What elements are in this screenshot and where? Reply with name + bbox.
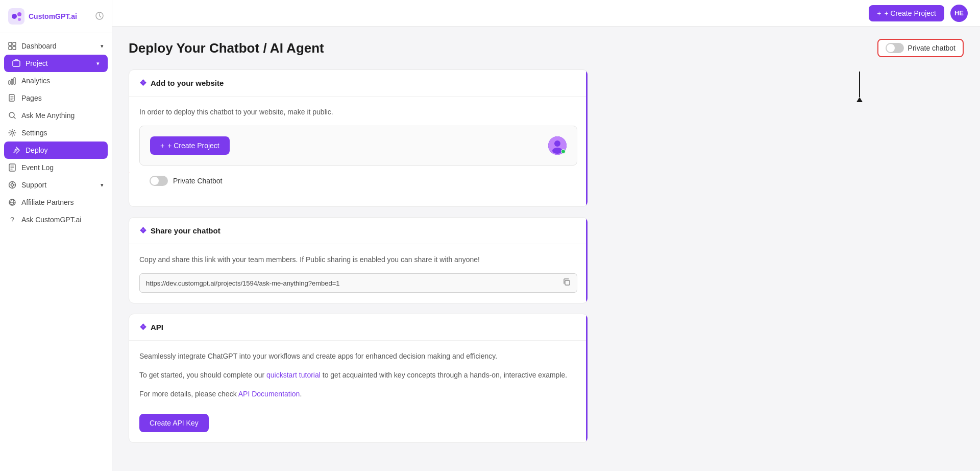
arrow-annotation bbox=[856, 72, 863, 102]
svg-rect-9 bbox=[13, 61, 20, 66]
private-chatbot-toggle[interactable]: Private chatbot bbox=[877, 39, 964, 57]
svg-point-18 bbox=[11, 184, 14, 186]
svg-rect-7 bbox=[9, 46, 12, 50]
svg-rect-12 bbox=[14, 78, 15, 84]
topbar: + + Create Project HE bbox=[112, 0, 980, 27]
sidebar-item-settings-label: Settings bbox=[21, 129, 47, 137]
svg-rect-8 bbox=[13, 46, 16, 50]
api-section-body: Seamlessly integrate ChatGPT into your w… bbox=[129, 341, 587, 442]
sidebar-item-dashboard[interactable]: Dashboard ▾ bbox=[0, 37, 112, 55]
sidebar-item-project[interactable]: Project ▾ bbox=[4, 55, 108, 72]
support-icon bbox=[8, 181, 16, 189]
sidebar-item-analytics[interactable]: Analytics bbox=[0, 72, 112, 89]
svg-rect-11 bbox=[11, 79, 13, 84]
sidebar-item-ask-me-anything[interactable]: Ask Me Anything bbox=[0, 107, 112, 124]
logo-area: CustomGPT.ai bbox=[0, 0, 112, 33]
api-text-3-post: . bbox=[300, 390, 302, 398]
svg-rect-5 bbox=[9, 42, 12, 45]
preview-create-label: + Create Project bbox=[167, 142, 219, 150]
logo-text: CustomGPT.ai bbox=[29, 12, 77, 20]
preview-create-project-button[interactable]: + + Create Project bbox=[150, 136, 230, 155]
event-log-icon bbox=[8, 163, 16, 172]
sidebar-item-ask-customgpt-label: Ask CustomGPT.ai bbox=[21, 216, 81, 224]
svg-point-20 bbox=[554, 140, 560, 147]
sidebar-item-pages[interactable]: Pages bbox=[0, 89, 112, 107]
project-chevron-icon: ▾ bbox=[96, 60, 100, 67]
copy-icon[interactable] bbox=[562, 278, 571, 288]
create-project-label: + Create Project bbox=[884, 9, 936, 17]
share-sparkle-icon: ❖ bbox=[139, 226, 146, 236]
api-text-2-post: to get acquainted with key concepts thro… bbox=[321, 371, 567, 379]
sidebar-item-support[interactable]: Support ▾ bbox=[0, 176, 112, 194]
private-chatbot-switch[interactable] bbox=[886, 43, 904, 53]
preview-plus-icon: + bbox=[160, 142, 164, 150]
svg-point-2 bbox=[17, 12, 21, 16]
api-documentation-link[interactable]: API Documentation bbox=[238, 390, 300, 398]
sidebar-item-settings[interactable]: Settings bbox=[0, 124, 112, 142]
sparkle-icon: ❖ bbox=[139, 78, 146, 88]
sidebar-item-deploy[interactable]: Deploy bbox=[4, 142, 108, 159]
sidebar-item-pages-label: Pages bbox=[21, 94, 42, 102]
sidebar: CustomGPT.ai Dashboard ▾ bbox=[0, 0, 112, 471]
api-text-3-pre: For more details, please check bbox=[139, 390, 238, 398]
logo-icon bbox=[8, 8, 24, 25]
clock-icon bbox=[95, 12, 104, 21]
create-project-button[interactable]: + + Create Project bbox=[869, 5, 944, 21]
website-section-description: In order to deploy this chatbot to your … bbox=[139, 107, 577, 117]
sidebar-item-event-log-label: Event Log bbox=[21, 163, 54, 172]
page-title: Deploy Your Chatbot / AI Agent bbox=[129, 40, 324, 56]
deploy-icon bbox=[12, 146, 20, 154]
sidebar-item-event-log[interactable]: Event Log bbox=[0, 159, 112, 176]
user-avatar-button[interactable]: HE bbox=[950, 5, 968, 22]
search-icon bbox=[8, 111, 16, 120]
chevron-down-icon: ▾ bbox=[101, 43, 104, 50]
private-chatbot-row: Private Chatbot bbox=[139, 176, 577, 196]
sidebar-item-affiliate-partners[interactable]: Affiliate Partners bbox=[0, 194, 112, 211]
analytics-icon bbox=[8, 77, 16, 85]
affiliate-icon bbox=[8, 198, 16, 206]
share-section-description: Copy and share this link with your team … bbox=[139, 254, 577, 265]
website-section-header: ❖ Add to your website bbox=[129, 70, 587, 97]
project-icon bbox=[12, 59, 20, 67]
api-sparkle-icon: ❖ bbox=[139, 322, 146, 332]
sidebar-item-support-label: Support bbox=[21, 181, 46, 189]
page-content: Deploy Your Chatbot / AI Agent Private c… bbox=[112, 27, 980, 471]
api-text-1: Seamlessly integrate ChatGPT into your w… bbox=[139, 351, 577, 362]
svg-point-1 bbox=[12, 14, 17, 19]
sidebar-item-ask-customgpt[interactable]: ? Ask CustomGPT.ai bbox=[0, 211, 112, 228]
svg-point-15 bbox=[11, 132, 14, 134]
page-header: Deploy Your Chatbot / AI Agent Private c… bbox=[129, 39, 964, 57]
create-api-key-button[interactable]: Create API Key bbox=[139, 414, 209, 432]
api-text-2: To get started, you should complete our … bbox=[139, 370, 577, 381]
share-section-header: ❖ Share your chatbot bbox=[129, 218, 587, 244]
main-content: + + Create Project HE Deploy Your Chatbo… bbox=[112, 0, 980, 471]
create-project-plus-icon: + bbox=[877, 9, 881, 17]
share-url-field: https://dev.customgpt.ai/projects/1594/a… bbox=[139, 273, 577, 293]
quickstart-tutorial-link[interactable]: quickstart tutorial bbox=[266, 371, 321, 379]
avatar-online-dot bbox=[561, 149, 566, 154]
api-text-3: For more details, please check API Docum… bbox=[139, 389, 577, 399]
api-section-title: API bbox=[151, 323, 163, 332]
dashboard-icon bbox=[8, 42, 16, 50]
svg-point-3 bbox=[18, 18, 21, 21]
svg-rect-6 bbox=[13, 42, 16, 45]
support-chevron-icon: ▾ bbox=[101, 182, 104, 189]
private-chatbot-label: Private chatbot bbox=[908, 44, 955, 52]
website-section-title: Add to your website bbox=[151, 79, 224, 87]
sidebar-item-analytics-label: Analytics bbox=[21, 77, 50, 85]
private-chatbot-row-switch[interactable] bbox=[150, 176, 168, 186]
svg-point-14 bbox=[9, 112, 14, 117]
share-section: ❖ Share your chatbot Copy and share this… bbox=[129, 217, 588, 303]
share-section-body: Copy and share this link with your team … bbox=[129, 244, 587, 303]
api-text-2-pre: To get started, you should complete our bbox=[139, 371, 266, 379]
website-preview-box: + + Create Project bbox=[139, 126, 577, 166]
website-section-body: In order to deploy this chatbot to your … bbox=[129, 97, 587, 206]
sidebar-item-deploy-label: Deploy bbox=[26, 146, 48, 154]
website-section: ❖ Add to your website In order to deploy… bbox=[129, 69, 588, 207]
api-section: ❖ API Seamlessly integrate ChatGPT into … bbox=[129, 314, 588, 443]
share-section-title: Share your chatbot bbox=[151, 226, 220, 235]
private-chatbot-row-label: Private Chatbot bbox=[173, 177, 223, 185]
sidebar-nav: Dashboard ▾ Project ▾ Ana bbox=[0, 33, 112, 463]
red-curve-annotation bbox=[129, 145, 160, 196]
sidebar-item-dashboard-label: Dashboard bbox=[21, 42, 57, 50]
